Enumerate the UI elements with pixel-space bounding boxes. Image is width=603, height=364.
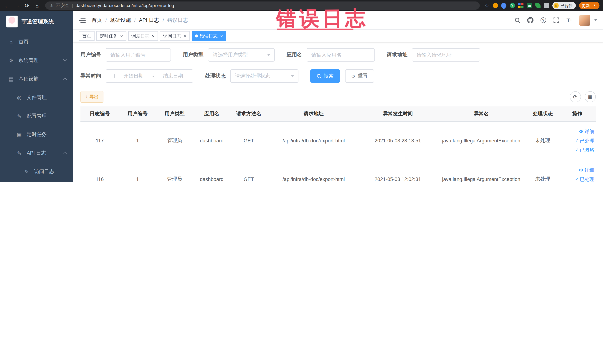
- request-url-input[interactable]: [412, 48, 480, 61]
- action-label: 已忽略: [580, 145, 594, 154]
- sidebar-item-label: API 日志: [27, 150, 46, 156]
- column-header: 请求地址: [267, 106, 360, 121]
- filter-request-url: 请求地址: [387, 48, 480, 61]
- bookmark-star-icon[interactable]: ☆: [485, 3, 489, 9]
- tab-job-log[interactable]: 调度日志×: [128, 31, 158, 41]
- tab-label: 错误日志: [200, 33, 218, 39]
- sidebar-item-config-mgmt[interactable]: ✎配置管理: [0, 107, 73, 125]
- breadcrumb: 首页/基础设施/API 日志/错误日志: [92, 17, 188, 23]
- extension-icon[interactable]: [544, 3, 549, 8]
- process-status-select[interactable]: 请选择处理状态: [230, 69, 299, 83]
- close-icon[interactable]: ×: [152, 34, 155, 38]
- column-header: 用户编号: [119, 106, 156, 121]
- date-range-picker[interactable]: 开始日期 - 结束日期: [106, 69, 193, 83]
- processed-link[interactable]: ✓已处理: [560, 175, 594, 182]
- sidebar-item-system-mgmt[interactable]: ⚙系统管理: [0, 51, 73, 70]
- reload-icon[interactable]: ⟳: [24, 2, 30, 9]
- tab-scheduled-jobs[interactable]: 定时任务×: [96, 31, 126, 41]
- cell-method: GET: [230, 121, 267, 160]
- close-icon[interactable]: ×: [120, 34, 123, 38]
- extension-icon[interactable]: [493, 3, 498, 8]
- sidebar-item-access-log[interactable]: ✎访问日志: [0, 163, 73, 181]
- sidebar-item-error-log[interactable]: ✎错误日志: [0, 181, 73, 182]
- column-header: 请求方法名: [230, 106, 267, 121]
- help-icon[interactable]: ?: [540, 17, 547, 23]
- close-icon[interactable]: ×: [220, 34, 223, 38]
- sidebar-item-infrastructure[interactable]: ▤基础设施: [0, 70, 73, 88]
- cell-exception: java.lang.IllegalArgumentException: [436, 121, 527, 160]
- tab-label: 定时任务: [100, 33, 117, 39]
- avatar-caret-icon[interactable]: [594, 19, 597, 21]
- cell-actions: 详细✓已处理✓已忽略: [559, 160, 596, 182]
- cell-id: 116: [81, 160, 119, 182]
- cell-method: GET: [230, 160, 267, 182]
- user-type-select[interactable]: 请选择用户类型: [208, 48, 275, 61]
- extension-icon[interactable]: [518, 3, 523, 8]
- processed-link[interactable]: ✓已处理: [560, 136, 594, 145]
- home-icon[interactable]: ⌂: [34, 2, 40, 9]
- export-button[interactable]: ↓ 导出: [81, 91, 104, 103]
- tab-home[interactable]: 首页: [79, 31, 94, 41]
- user-id-label: 用户编号: [81, 52, 101, 58]
- profile-chip[interactable]: ☺ 已暂停: [552, 2, 576, 9]
- tab-error-log[interactable]: 错误日志×: [192, 31, 226, 41]
- breadcrumb-item[interactable]: 首页: [92, 17, 102, 23]
- cell-url: /api/infra/db-doc/export-html: [267, 121, 360, 160]
- sidebar-item-scheduled-jobs[interactable]: ▣定时任务: [0, 125, 73, 144]
- action-label: 已处理: [580, 136, 594, 145]
- end-date-placeholder: 结束日期: [157, 73, 189, 79]
- app-name-input[interactable]: [307, 48, 375, 61]
- close-icon[interactable]: ×: [184, 34, 186, 38]
- search-icon[interactable]: [514, 17, 521, 23]
- reset-button[interactable]: ⟳ 重置: [345, 69, 374, 83]
- browser-right-cluster: ☆ Y on ☺ 已暂停 更新 ⋮: [485, 2, 599, 9]
- sidebar-logo[interactable]: 芋道管理系统: [0, 11, 73, 32]
- screen: ← → ⟳ ⌂ ⚠ 不安全 | dashboard.yudao.iocoder.…: [0, 0, 603, 182]
- filter-row-1: 用户编号 用户类型 请选择用户类型 应用名: [81, 48, 596, 61]
- ignored-link[interactable]: ✓已忽略: [560, 145, 594, 154]
- process-status-label: 处理状态: [205, 73, 226, 79]
- extension-icon[interactable]: Y: [510, 3, 515, 8]
- user-avatar[interactable]: [579, 15, 590, 26]
- download-icon: ↓: [85, 94, 88, 99]
- sidebar-item-home[interactable]: ⌂首页: [0, 33, 73, 51]
- reset-button-label: 重置: [358, 73, 368, 79]
- extension-icon[interactable]: on: [527, 3, 532, 8]
- config-icon: ✎: [16, 113, 22, 119]
- sidebar-item-api-log[interactable]: ✎API 日志: [0, 144, 73, 163]
- sidebar-toggle-icon[interactable]: [79, 18, 86, 23]
- filter-exception-time: 异常时间 开始日期 - 结束日期: [81, 69, 193, 83]
- tab-access-log[interactable]: 访问日志×: [160, 31, 190, 41]
- font-size-icon[interactable]: TT: [566, 17, 573, 23]
- request-url-label: 请求地址: [387, 52, 407, 58]
- github-icon[interactable]: [527, 17, 534, 23]
- back-icon[interactable]: ←: [4, 2, 10, 9]
- tab-label: 调度日志: [131, 33, 149, 39]
- fullscreen-icon[interactable]: [553, 17, 560, 23]
- column-settings-button[interactable]: ≣: [584, 91, 596, 102]
- sidebar-item-file-mgmt[interactable]: ◎文件管理: [0, 88, 73, 107]
- extension-icon[interactable]: [500, 2, 507, 9]
- cell-user_id: 1: [119, 160, 156, 182]
- refresh-table-button[interactable]: ⟳: [570, 91, 581, 102]
- address-bar[interactable]: ⚠ 不安全 | dashboard.yudao.iocoder.cn/infra…: [45, 1, 480, 10]
- user-id-input[interactable]: [106, 48, 171, 61]
- refresh-icon: ⟳: [351, 73, 356, 79]
- forward-icon[interactable]: →: [14, 2, 20, 9]
- detail-link[interactable]: 详细: [560, 165, 594, 175]
- breadcrumb-item[interactable]: 基础设施: [110, 17, 131, 23]
- column-header: 异常发生时间: [360, 106, 436, 121]
- browser-update-button[interactable]: 更新 ⋮: [579, 2, 599, 9]
- log-icon: ✎: [16, 150, 22, 156]
- calendar-icon: [110, 74, 115, 78]
- detail-link[interactable]: 详细: [560, 127, 594, 136]
- search-button[interactable]: 搜索: [310, 69, 340, 83]
- sidebar-item-label: 配置管理: [27, 113, 47, 119]
- user-type-label: 用户类型: [183, 52, 204, 58]
- cell-time: 2021-05-03 12:02:31: [360, 160, 436, 182]
- breadcrumb-item[interactable]: API 日志: [139, 17, 159, 23]
- kebab-menu-icon[interactable]: ⋮: [592, 3, 597, 8]
- extension-icon[interactable]: [535, 3, 540, 8]
- file-icon: ◎: [16, 94, 22, 101]
- tab-label: 首页: [82, 33, 91, 39]
